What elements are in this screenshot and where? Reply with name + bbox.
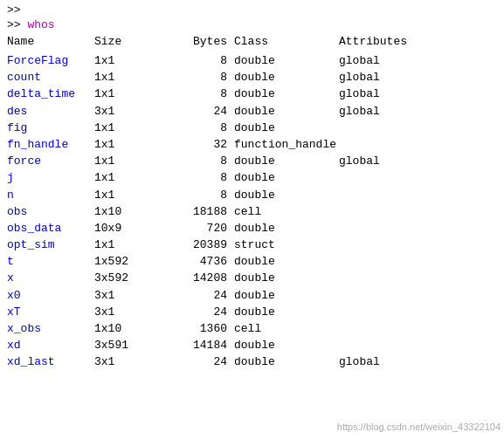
var-size: 1x1: [94, 70, 164, 86]
var-size: 1x1: [94, 188, 164, 203]
var-name: j: [7, 170, 94, 186]
var-class: double: [234, 254, 339, 270]
var-bytes: 14208: [164, 271, 234, 286]
var-name: xT: [7, 305, 94, 320]
table-row: delta_time1x18doubleglobal: [7, 86, 497, 102]
table-row: fn_handle1x132function_handle: [7, 137, 497, 153]
var-size: 1x1: [94, 154, 164, 169]
var-bytes: 8: [164, 86, 234, 102]
var-size: 1x1: [94, 170, 164, 186]
var-size: 1x10: [94, 321, 164, 337]
var-name: xd_last: [7, 354, 94, 370]
var-class: double: [234, 271, 339, 286]
table-row: fig1x18double: [7, 120, 497, 136]
header-name: Name: [7, 35, 94, 48]
var-bytes: 8: [164, 53, 234, 69]
var-class: cell: [234, 204, 339, 220]
var-name: delta_time: [7, 86, 94, 102]
var-name: force: [7, 154, 94, 169]
var-size: 1x592: [94, 254, 164, 270]
table-row: x_obs1x101360cell: [7, 321, 497, 337]
var-attributes: [339, 288, 426, 304]
prompt-line: >>: [7, 3, 497, 17]
var-size: 3x1: [94, 288, 164, 304]
var-attributes: [339, 170, 426, 186]
var-name: x: [7, 271, 94, 286]
table-row: obs_data10x9720double: [7, 221, 497, 237]
var-attributes: [339, 321, 426, 337]
var-size: 10x9: [94, 221, 164, 237]
header-class: Class: [234, 35, 339, 48]
table-row: xd3x59114184double: [7, 338, 497, 353]
var-attributes: [339, 120, 426, 136]
var-attributes: [339, 271, 426, 286]
var-bytes: 24: [164, 354, 234, 370]
var-class: double: [234, 70, 339, 86]
var-class: double: [234, 170, 339, 186]
cursor-line: [7, 374, 497, 388]
var-bytes: 8: [164, 120, 234, 136]
table-row: n1x18double: [7, 188, 497, 203]
var-name: x0: [7, 288, 94, 304]
var-class: double: [234, 305, 339, 320]
var-attributes: [339, 254, 426, 270]
header-attributes: Attributes: [339, 35, 426, 48]
table-row: force1x18doubleglobal: [7, 154, 497, 169]
var-name: des: [7, 104, 94, 120]
var-bytes: 8: [164, 170, 234, 186]
var-attributes: [339, 204, 426, 220]
var-size: 1x10: [94, 204, 164, 220]
var-attributes: [339, 188, 426, 203]
var-class: struct: [234, 237, 339, 253]
var-class: double: [234, 288, 339, 304]
table-row: ForceFlag1x18doubleglobal: [7, 53, 497, 69]
var-bytes: 14184: [164, 338, 234, 353]
var-name: obs: [7, 204, 94, 220]
workspace-table: Name Size Bytes Class Attributes ForceFl…: [7, 35, 497, 371]
table-body: ForceFlag1x18doubleglobalcount1x18double…: [7, 53, 497, 371]
var-attributes: global: [339, 104, 426, 120]
var-name: fn_handle: [7, 137, 94, 153]
var-name: count: [7, 70, 94, 86]
var-size: 1x1: [94, 53, 164, 69]
command-line: >> whos: [7, 18, 497, 31]
var-size: 3x1: [94, 305, 164, 320]
var-name: opt_sim: [7, 237, 94, 253]
var-class: double: [234, 154, 339, 169]
var-bytes: 1360: [164, 321, 234, 337]
var-name: obs_data: [7, 221, 94, 237]
var-name: fig: [7, 120, 94, 136]
table-row: xT3x124double: [7, 305, 497, 320]
var-name: xd: [7, 338, 94, 353]
var-size: 3x591: [94, 338, 164, 353]
var-class: double: [234, 188, 339, 203]
watermark: https://blog.csdn.net/weixin_43322104: [337, 422, 501, 432]
var-class: cell: [234, 321, 339, 337]
var-name: t: [7, 254, 94, 270]
var-bytes: 24: [164, 104, 234, 120]
var-attributes: [339, 237, 426, 253]
var-attributes: [339, 221, 426, 237]
table-row: count1x18doubleglobal: [7, 70, 497, 86]
var-bytes: 24: [164, 288, 234, 304]
var-bytes: 4736: [164, 254, 234, 270]
var-size: 1x1: [94, 237, 164, 253]
var-class: double: [234, 338, 339, 353]
header-bytes: Bytes: [164, 35, 234, 48]
var-bytes: 20389: [164, 237, 234, 253]
var-size: 1x1: [94, 137, 164, 153]
table-row: opt_sim1x120389struct: [7, 237, 497, 253]
table-row: x3x59214208double: [7, 271, 497, 286]
var-bytes: 8: [164, 154, 234, 169]
var-class: double: [234, 86, 339, 102]
terminal: >> >> whos Name Size Bytes Class Attribu…: [0, 0, 504, 391]
prompt-symbol: >>: [7, 3, 21, 17]
header-size: Size: [94, 35, 164, 48]
var-bytes: 18188: [164, 204, 234, 220]
var-bytes: 24: [164, 305, 234, 320]
var-name: n: [7, 188, 94, 203]
var-class: double: [234, 354, 339, 370]
var-attributes: [339, 338, 426, 353]
table-row: t1x5924736double: [7, 254, 497, 270]
var-attributes: global: [339, 53, 426, 69]
